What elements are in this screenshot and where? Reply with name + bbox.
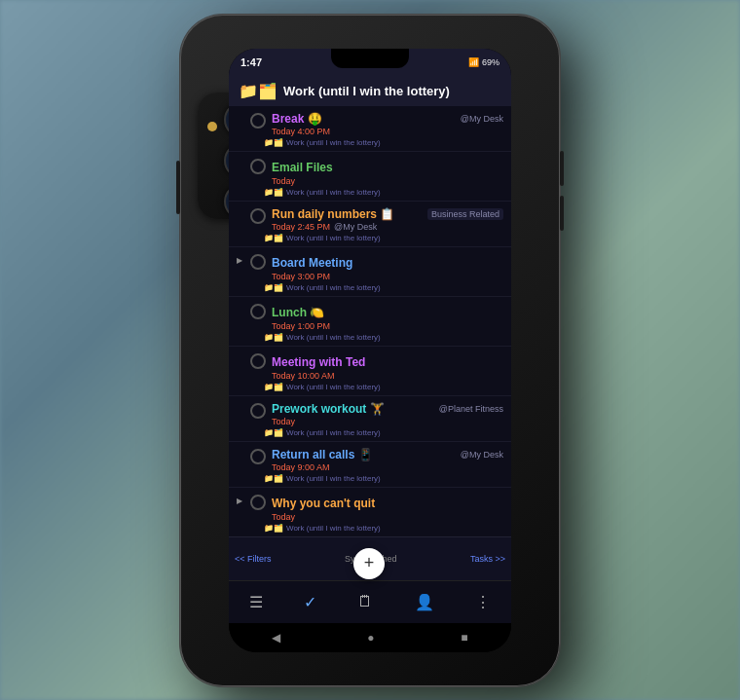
task-item-email-files[interactable]: Email Files Today 📁🗂️ Work (until I win … — [229, 152, 511, 202]
task-meta-daily: Today 2:45 PM @My Desk — [272, 222, 503, 232]
task-location-prework: @Planet Fitness — [439, 404, 503, 414]
task-meta-email: Today — [272, 176, 503, 186]
task-circle-board[interactable] — [250, 254, 266, 270]
task-title-board: Board Meeting — [272, 256, 352, 270]
task-tag-daily: Business Related — [427, 208, 503, 220]
task-location-daily: @My Desk — [334, 222, 377, 232]
task-sub-text-quit: Work (until I win the lottery) — [286, 524, 381, 533]
task-item-return-calls[interactable]: Return all calls 📱 @My Desk Today 9:00 A… — [229, 442, 511, 488]
folder-icon: 📁🗂️ — [239, 82, 278, 100]
filters-button[interactable]: << Filters — [235, 554, 272, 564]
task-circle-daily[interactable] — [250, 208, 266, 224]
task-title-ted: Meeting with Ted — [272, 355, 365, 369]
task-content-calls: Return all calls 📱 @My Desk Today 9:00 A… — [272, 448, 503, 472]
fab-add-button[interactable]: + — [353, 548, 385, 579]
wifi-icon: 📶 — [468, 57, 479, 67]
task-item-run-daily[interactable]: Run daily numbers 📋 Business Related Tod… — [229, 202, 511, 247]
app-title: Work (until I win the lottery) — [283, 84, 450, 98]
task-sub-text-ted: Work (until I win the lottery) — [286, 383, 381, 391]
task-circle-calls[interactable] — [250, 449, 266, 464]
task-circle-ted[interactable] — [250, 353, 266, 369]
volume-down-button[interactable] — [560, 196, 564, 231]
task-item-meeting-ted[interactable]: Meeting with Ted Today 10:00 AM 📁🗂️ Work… — [229, 347, 511, 396]
nav-user-icon[interactable]: 👤 — [415, 593, 434, 611]
task-sub-quit: 📁🗂️ Work (until I win the lottery) — [264, 524, 503, 533]
camera-flash — [207, 122, 217, 131]
status-time: 1:47 — [240, 56, 262, 68]
task-sub-text-prework: Work (until I win the lottery) — [286, 428, 381, 437]
task-item-prework[interactable]: Prework workout 🏋️ @Planet Fitness Today… — [229, 396, 511, 442]
notch — [331, 49, 409, 68]
task-meta-prework: Today — [272, 417, 503, 426]
task-date-board: Today 3:00 PM — [272, 272, 330, 281]
power-button[interactable] — [176, 161, 180, 214]
nav-check-icon[interactable]: ✓ — [304, 593, 316, 611]
nav-back-button[interactable]: ◀ — [272, 631, 280, 645]
task-title-quit: Why you can't quit — [272, 497, 375, 510]
task-item-lunch[interactable]: Lunch 🍋 Today 1:00 PM 📁🗂️ Work (until I … — [229, 297, 511, 347]
task-date-prework: Today — [272, 417, 295, 426]
nav-more-icon[interactable]: ⋮ — [475, 593, 491, 611]
task-circle-email[interactable] — [250, 159, 266, 174]
task-meta-break: Today 4:00 PM — [272, 127, 503, 136]
task-meta-calls: Today 9:00 AM — [272, 462, 503, 472]
task-title-daily: Run daily numbers 📋 — [272, 207, 394, 221]
task-meta-lunch: Today 1:00 PM — [272, 321, 503, 331]
status-icons: 📶 69% — [468, 57, 500, 67]
task-content-daily: Run daily numbers 📋 Business Related Tod… — [272, 207, 503, 232]
task-meta-ted: Today 10:00 AM — [272, 371, 503, 381]
nav-home-button[interactable]: ● — [367, 631, 374, 645]
task-content-quit: Why you can't quit Today — [272, 494, 503, 522]
task-list[interactable]: Break 🤑 @My Desk Today 4:00 PM 📁🗂️ Work … — [229, 106, 511, 536]
task-date-lunch: Today 1:00 PM — [272, 321, 330, 331]
battery-icon: 69% — [482, 57, 500, 67]
task-content-ted: Meeting with Ted Today 10:00 AM — [272, 352, 503, 381]
expand-icon-board[interactable]: ▶ — [237, 256, 244, 265]
task-title-email: Email Files — [272, 161, 333, 174]
task-sub-daily: 📁🗂️ Work (until I win the lottery) — [264, 234, 503, 242]
task-content-prework: Prework workout 🏋️ @Planet Fitness Today — [272, 402, 503, 426]
folder-sub-icon-break: 📁🗂️ — [264, 138, 283, 147]
task-date-quit: Today — [272, 512, 295, 522]
folder-sub-icon-prework: 📁🗂️ — [264, 428, 283, 437]
task-circle-break[interactable] — [250, 113, 266, 129]
task-location-calls: @My Desk — [461, 450, 503, 460]
folder-sub-icon-calls: 📁🗂️ — [264, 474, 283, 483]
screen-content: 1:47 📶 69% 📁🗂️ Work (until I win the lot… — [229, 49, 511, 652]
tasks-button[interactable]: Tasks >> — [470, 554, 505, 564]
nav-notes-icon[interactable]: 🗒 — [357, 593, 373, 610]
nav-recent-button[interactable]: ■ — [461, 631, 467, 645]
folder-sub-icon-quit: 📁🗂️ — [264, 524, 283, 533]
task-item-why-quit[interactable]: ▶ Why you can't quit Today 📁🗂️ Work (unt… — [229, 488, 511, 536]
task-content-email: Email Files Today — [272, 158, 503, 186]
folder-sub-icon-board: 📁🗂️ — [264, 283, 283, 292]
task-sub-text-calls: Work (until I win the lottery) — [286, 474, 381, 483]
task-circle-prework[interactable] — [250, 403, 266, 419]
task-sub-board: 📁🗂️ Work (until I win the lottery) — [264, 283, 503, 292]
folder-sub-icon-lunch: 📁🗂️ — [264, 333, 283, 342]
task-circle-lunch[interactable] — [250, 304, 266, 319]
task-meta-board: Today 3:00 PM — [272, 272, 503, 281]
expand-icon-quit[interactable]: ▶ — [237, 497, 244, 505]
phone-screen: 1:47 📶 69% 📁🗂️ Work (until I win the lot… — [229, 49, 511, 652]
phone-shell: 1:47 📶 69% 📁🗂️ Work (until I win the lot… — [180, 15, 560, 686]
task-item-board-meeting[interactable]: ▶ Board Meeting Today 3:00 PM 📁🗂️ Work (… — [229, 247, 511, 297]
volume-up-button[interactable] — [560, 151, 564, 186]
task-sub-prework: 📁🗂️ Work (until I win the lottery) — [264, 428, 503, 437]
task-title-lunch: Lunch 🍋 — [272, 306, 324, 319]
task-sub-break: 📁🗂️ Work (until I win the lottery) — [264, 138, 503, 147]
task-item-break[interactable]: Break 🤑 @My Desk Today 4:00 PM 📁🗂️ Work … — [229, 106, 511, 152]
task-sub-email: 📁🗂️ Work (until I win the lottery) — [264, 188, 503, 197]
task-content-break: Break 🤑 @My Desk Today 4:00 PM — [272, 112, 503, 136]
task-sub-lunch: 📁🗂️ Work (until I win the lottery) — [264, 333, 503, 342]
task-sub-ted: 📁🗂️ Work (until I win the lottery) — [264, 383, 503, 391]
task-sub-text-daily: Work (until I win the lottery) — [286, 234, 381, 242]
task-circle-quit[interactable] — [250, 495, 266, 510]
folder-sub-icon-email: 📁🗂️ — [264, 188, 283, 197]
task-content-lunch: Lunch 🍋 Today 1:00 PM — [272, 303, 503, 331]
nav-menu-icon[interactable]: ☰ — [249, 593, 263, 611]
task-date-email: Today — [272, 176, 295, 186]
task-sub-text-lunch: Work (until I win the lottery) — [286, 333, 381, 342]
task-meta-quit: Today — [272, 512, 503, 522]
app-header: 📁🗂️ Work (until I win the lottery) — [229, 76, 511, 106]
